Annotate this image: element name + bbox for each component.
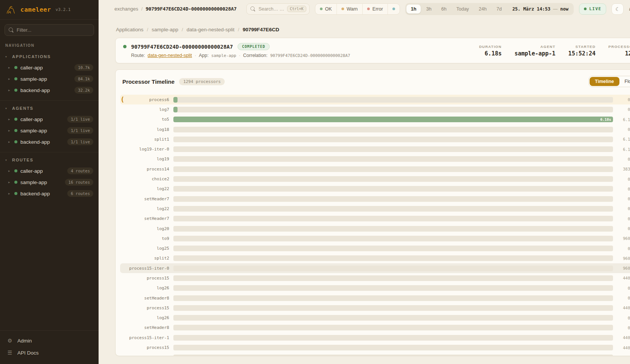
processor-duration: 0ms	[615, 355, 630, 356]
route-link[interactable]: data-gen-nested-split	[148, 53, 192, 58]
timeline-row[interactable]: to56.18s6.18s	[120, 115, 630, 124]
timeline-row[interactable]: process15-iter-0960ms⋮	[120, 263, 630, 273]
status-badge: COMPLETED	[238, 43, 270, 50]
sidebar-item-sample-app[interactable]: ▸sample-app16 routes	[0, 177, 99, 188]
processor-duration: 0ms	[615, 127, 630, 132]
sidebar-item-backend-app[interactable]: ▸backend-app32.2k	[0, 84, 99, 96]
sidebar-item-caller-app[interactable]: ▸caller-app4 routes	[0, 165, 99, 177]
time-range-6h[interactable]: 6h	[437, 5, 451, 14]
sidebar-footer-api-docs[interactable]: ☰API Docs	[0, 347, 99, 359]
timeline-row[interactable]: log250ms	[120, 243, 630, 253]
timeline-row[interactable]: process15440ms	[120, 342, 630, 352]
search-shortcut-badge: Ctrl+K	[287, 6, 306, 12]
status-filter-label: Error	[372, 6, 383, 12]
global-search[interactable]: Search… … Ctrl+K	[246, 3, 309, 15]
chevron-down-icon: ▾	[5, 107, 8, 110]
chevron-right-icon: ▸	[8, 192, 11, 195]
view-toggle: TimelineFlow	[588, 76, 630, 87]
sidebar-section-header[interactable]: ▾APPLICATIONS	[0, 53, 99, 62]
app-value: sample-app	[211, 53, 236, 58]
timeline-row[interactable]: setHeader80ms	[120, 293, 630, 303]
sidebar-filter-input[interactable]	[17, 27, 90, 33]
sidebar-filter[interactable]	[5, 24, 94, 36]
gear-icon: ⚙	[7, 338, 13, 344]
footer-item-label: Admin	[17, 338, 32, 344]
timeline-row[interactable]: log19-iter-06.18s	[120, 144, 630, 154]
time-range-1h[interactable]: 1h	[406, 5, 421, 14]
stat-value: 15:52:24	[568, 50, 596, 57]
processor-name: log22	[122, 186, 170, 191]
status-filter-warn[interactable]: Warn	[337, 4, 363, 14]
processor-name: setHeader7	[122, 216, 170, 221]
time-range-today[interactable]: Today	[452, 5, 473, 14]
dark-mode-toggle[interactable]: ☾	[611, 3, 624, 15]
timeline-track	[173, 236, 613, 241]
timeline-row[interactable]: setHeader80ms	[120, 323, 630, 333]
timeline-row[interactable]: log190ms	[120, 154, 630, 164]
timeline-row[interactable]: log70ms	[120, 104, 630, 114]
sidebar-section-title: AGENTS	[12, 106, 34, 111]
timeline-row[interactable]: log260ms	[120, 283, 630, 293]
timeline-row[interactable]: process14383ms	[120, 164, 630, 174]
processor-duration: 960ms	[615, 266, 630, 270]
timeline-row[interactable]: (process60ms⋮	[120, 95, 630, 104]
breadcrumb-link-applications[interactable]: Applications	[116, 27, 144, 32]
timeline-row[interactable]: process15440ms	[120, 273, 630, 283]
timeline-row[interactable]: log260ms	[120, 313, 630, 323]
processor-duration: 0ms	[615, 296, 630, 300]
status-filter-ok[interactable]: OK	[315, 4, 337, 14]
exchange-stats: DURATION6.18sAGENTsample-app-1STARTED15:…	[479, 45, 630, 57]
sidebar-item-caller-app[interactable]: ▸caller-app10.7k	[0, 62, 99, 73]
sidebar-footer: ⚙Admin☰API Docs	[0, 330, 99, 364]
sidebar-item-label: backend-app	[20, 88, 50, 93]
time-range-3h[interactable]: 3h	[422, 5, 436, 14]
sidebar-item-sample-app[interactable]: ▸sample-app1/1 live	[0, 125, 99, 136]
status-dot-icon	[341, 8, 344, 10]
timeline-track	[173, 127, 613, 132]
timeline-row[interactable]: log200ms	[120, 224, 630, 233]
status-filter-error[interactable]: Error	[363, 4, 388, 14]
stat-label: STARTED	[568, 45, 596, 49]
processor-duration: 0ms	[615, 246, 630, 251]
timeline-row[interactable]: split16.18s	[120, 134, 630, 144]
timeline-track	[173, 255, 613, 261]
timeline-row[interactable]: log220ms	[120, 184, 630, 194]
timeline-row[interactable]: log260ms	[120, 353, 630, 356]
status-dot-icon	[14, 192, 17, 195]
sidebar-section-header[interactable]: ▾AGENTS	[0, 104, 99, 114]
timeline-track	[173, 186, 613, 192]
time-range-7d[interactable]: 7d	[492, 5, 506, 14]
status-dot-icon	[320, 8, 323, 10]
processor-duration: 0ms	[615, 326, 630, 330]
breadcrumb-link-sample-app[interactable]: sample-app	[152, 27, 179, 32]
breadcrumb-section[interactable]: exchanges	[114, 6, 138, 12]
search-icon	[9, 28, 14, 32]
view-toggle-timeline[interactable]: Timeline	[590, 77, 619, 86]
timeline-row[interactable]: log180ms	[120, 124, 630, 134]
sidebar-item-sample-app[interactable]: ▸sample-app84.1k	[0, 73, 99, 84]
timeline-track	[173, 206, 613, 212]
sidebar-footer-admin[interactable]: ⚙Admin	[0, 335, 99, 347]
breadcrumb-link-data-gen-nested-split[interactable]: data-gen-nested-split	[187, 27, 235, 32]
sidebar-item-caller-app[interactable]: ▸caller-app1/1 live	[0, 114, 99, 125]
timeline-row[interactable]: process15-iter-1440ms	[120, 333, 630, 342]
timeline-row[interactable]: to9960ms	[120, 233, 630, 243]
sidebar-item-backend-app[interactable]: ▸backend-app1/1 live	[0, 136, 99, 147]
view-toggle-flow[interactable]: Flow	[619, 77, 630, 86]
time-range-24h[interactable]: 24h	[474, 5, 491, 14]
brand-version: v3.2.1	[56, 7, 71, 12]
status-filter-extra[interactable]	[388, 4, 400, 14]
timeline-row[interactable]: setHeader70ms	[120, 214, 630, 224]
timeline-row[interactable]: log220ms	[120, 204, 630, 213]
timeline-row[interactable]: split2960ms	[120, 253, 630, 263]
sidebar-item-backend-app[interactable]: ▸backend-app6 routes	[0, 188, 99, 199]
timeline-row[interactable]: process15440ms	[120, 303, 630, 313]
timeline-row[interactable]: choice20ms	[120, 174, 630, 184]
live-badge[interactable]: LIVE	[579, 3, 607, 15]
processor-duration: 960ms	[615, 236, 630, 241]
timeline-track	[173, 246, 613, 251]
time-display-time: 14:53	[537, 6, 550, 12]
timeline-row[interactable]: setHeader70ms	[120, 194, 630, 204]
sidebar-section-header[interactable]: ▾ROUTES	[0, 156, 99, 165]
timeline-track	[173, 107, 613, 112]
